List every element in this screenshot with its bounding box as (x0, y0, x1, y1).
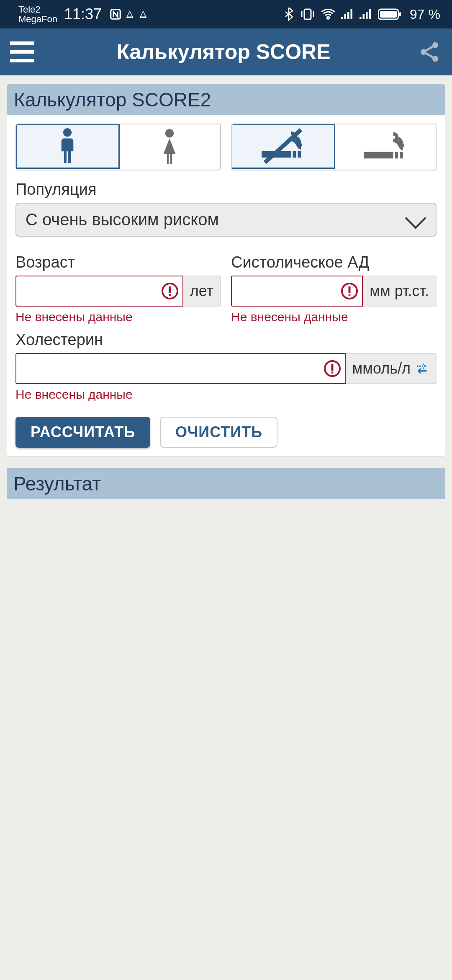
nfc-icon (109, 8, 122, 21)
bp-unit: мм рт.ст. (363, 276, 437, 307)
app-bar: Калькулятор SCORE (0, 28, 452, 75)
svg-line-21 (265, 130, 301, 162)
wifi-icon (321, 8, 335, 20)
svg-rect-5 (351, 9, 353, 19)
calculate-button[interactable]: РАССЧИТАТЬ (15, 417, 150, 448)
svg-point-13 (432, 42, 438, 48)
svg-rect-2 (341, 17, 343, 19)
svg-rect-24 (400, 152, 403, 159)
chevron-down-icon (405, 207, 426, 229)
vibrate-icon (300, 8, 315, 21)
data-icon-1 (124, 9, 135, 20)
non-smoker-button[interactable] (231, 124, 335, 169)
form-body: Популяция С очень высоким риском Возраст… (7, 115, 445, 456)
signal-icon-2 (360, 9, 372, 20)
battery-icon (378, 8, 401, 20)
svg-rect-7 (363, 14, 365, 19)
age-error: Не внесены данные (15, 310, 221, 324)
bp-field: Систолическое АД мм рт.ст. Не внесены да… (231, 253, 437, 324)
chol-unit-label: ммоль/л (352, 360, 411, 377)
svg-rect-3 (344, 14, 347, 19)
bluetooth-icon (284, 8, 294, 21)
gender-toggle (15, 124, 221, 170)
calculator-card: Калькулятор SCORE2 (7, 84, 445, 456)
bp-error: Не внесены данные (231, 310, 437, 324)
svg-rect-19 (293, 151, 296, 158)
svg-point-16 (63, 128, 72, 137)
age-label: Возраст (15, 253, 221, 271)
smoking-icon (360, 129, 410, 165)
status-left-icons (109, 8, 149, 21)
population-select[interactable]: С очень высоким риском (15, 203, 437, 237)
clock: 11:37 (64, 5, 102, 23)
page-content: Калькулятор SCORE2 (0, 75, 452, 508)
carrier-2: MegaFon (18, 14, 57, 24)
female-icon (159, 128, 180, 166)
chol-input[interactable] (15, 353, 346, 384)
status-bar: Tele2 MegaFon 11:37 97 % (0, 0, 452, 28)
svg-rect-23 (395, 152, 398, 159)
error-icon (324, 360, 341, 377)
button-row: РАССЧИТАТЬ ОЧИСТИТЬ (15, 417, 437, 448)
signal-icon-1 (341, 9, 354, 20)
svg-rect-6 (360, 17, 362, 19)
toggle-row (15, 124, 437, 170)
svg-rect-8 (366, 12, 368, 19)
age-field: Возраст лет Не внесены данные (15, 253, 221, 324)
svg-point-15 (432, 56, 438, 62)
clear-button[interactable]: ОЧИСТИТЬ (160, 417, 277, 448)
data-icon-2 (138, 9, 149, 20)
share-button[interactable] (417, 40, 442, 64)
bp-input[interactable] (231, 276, 363, 307)
svg-rect-20 (298, 151, 301, 158)
chol-label: Холестерин (15, 331, 437, 349)
population-value: С очень высоким риском (26, 210, 408, 229)
status-bar-left: Tele2 MegaFon 11:37 (18, 5, 149, 24)
gender-female-button[interactable] (119, 124, 221, 170)
no-smoking-icon (258, 128, 308, 164)
svg-point-17 (165, 129, 174, 137)
age-bp-row: Возраст лет Не внесены данные Систоличес… (15, 253, 437, 324)
svg-rect-22 (364, 152, 393, 159)
chol-error: Не внесены данные (15, 387, 437, 402)
swap-icon (415, 362, 429, 375)
error-icon (162, 283, 178, 299)
age-unit: лет (183, 276, 221, 307)
carrier-labels: Tele2 MegaFon (18, 5, 57, 24)
carrier-1: Tele2 (18, 5, 57, 14)
chol-field: ммоль/л Не внесены данные (15, 353, 437, 402)
svg-rect-12 (399, 12, 401, 16)
svg-rect-4 (347, 12, 349, 19)
male-icon (57, 127, 78, 165)
app-title: Калькулятор SCORE (30, 40, 417, 64)
chol-unit-toggle[interactable]: ммоль/л (346, 353, 437, 384)
battery-text: 97 % (410, 7, 440, 22)
smoking-toggle (231, 124, 437, 170)
error-icon (341, 283, 358, 299)
svg-rect-9 (369, 9, 371, 19)
status-bar-right: 97 % (284, 7, 440, 22)
svg-point-14 (421, 49, 426, 55)
result-section-title: Результат (7, 468, 445, 499)
gender-male-button[interactable] (15, 124, 120, 169)
smoker-button[interactable] (334, 124, 436, 170)
section-title: Калькулятор SCORE2 (7, 84, 445, 115)
age-input[interactable] (15, 276, 183, 307)
svg-rect-1 (304, 9, 311, 19)
population-label: Популяция (15, 181, 437, 199)
bp-label: Систолическое АД (231, 253, 437, 271)
svg-rect-11 (380, 11, 397, 18)
